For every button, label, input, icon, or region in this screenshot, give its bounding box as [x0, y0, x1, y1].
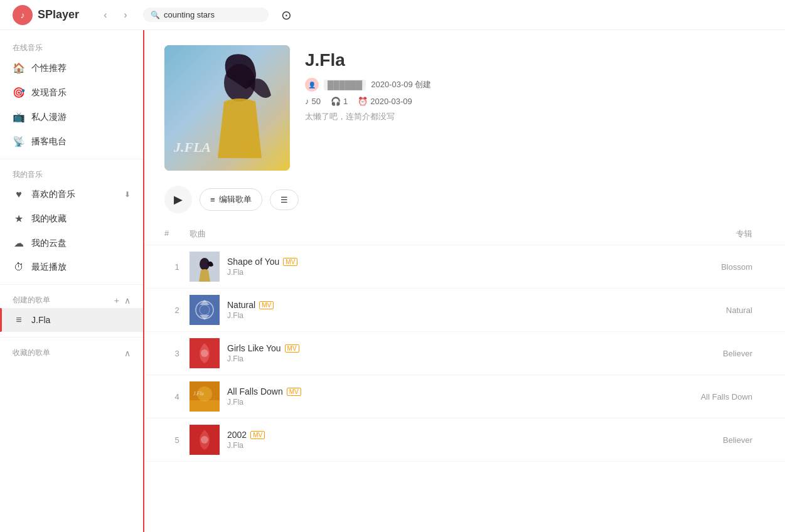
song-row[interactable]: 2 Natural MV J.Fla	[144, 289, 785, 332]
action-bar: ▶ ≡ 编辑歌单 ☰	[144, 186, 785, 223]
heart-icon: ♥	[13, 189, 25, 200]
playlist-header: J.FLA J.Fla 👤 ██████ 2020-03-09 创建 ♪ 50	[144, 30, 785, 186]
song-number: 4	[164, 392, 190, 402]
sidebar-item-personalized[interactable]: 🏠 个性推荐	[0, 56, 143, 80]
discover-icon: 🎯	[13, 87, 25, 98]
created-playlists-title: 创建的歌单	[13, 295, 50, 306]
edit-playlist-button[interactable]: ≡ 编辑歌单	[200, 188, 262, 211]
song-album: Believer	[639, 435, 765, 445]
svg-point-9	[201, 349, 208, 357]
sidebar-item-liked[interactable]: ♥ 喜欢的音乐 ⬇	[0, 183, 143, 206]
edit-label: 编辑歌单	[219, 194, 252, 205]
nav-back-button[interactable]: ‹	[98, 8, 113, 23]
song-number: 1	[164, 262, 190, 272]
mv-badge[interactable]: MV	[287, 388, 301, 396]
cloud-icon: ☁	[13, 237, 25, 249]
song-count-stat: ♪ 50	[305, 97, 321, 106]
created-playlists-header: 创建的歌单 + ∧	[0, 290, 143, 308]
playlist-title: J.Fla	[305, 50, 765, 70]
sidebar-item-collections[interactable]: ★ 我的收藏	[0, 206, 143, 231]
sidebar-item-label: 私人漫游	[31, 112, 131, 123]
svg-rect-11	[190, 400, 220, 412]
section-actions: ∧	[124, 348, 131, 358]
sidebar-item-jfla-playlist[interactable]: ≡ J.Fla	[0, 308, 143, 332]
song-row[interactable]: 5 2002 MV J.Fla Believer	[144, 418, 785, 462]
content-area: J.FLA J.Fla 👤 ██████ 2020-03-09 创建 ♪ 50	[144, 30, 785, 532]
svg-text:J.Fla: J.Fla	[193, 391, 204, 396]
mv-badge[interactable]: MV	[283, 258, 297, 266]
sidebar-item-label: 我的收藏	[31, 213, 131, 225]
song-name: Girls Like You MV	[227, 343, 299, 353]
sidebar-item-label: 最近播放	[31, 262, 131, 273]
song-artist: J.Fla	[227, 441, 265, 450]
creator-avatar: 👤	[305, 78, 319, 92]
radio-icon: 📡	[13, 136, 25, 147]
history-icon: ⏱	[13, 262, 25, 273]
sidebar-item-discover[interactable]: 🎯 发现音乐	[0, 80, 143, 105]
svg-rect-5	[190, 295, 220, 325]
mv-badge[interactable]: MV	[250, 431, 265, 439]
mv-badge[interactable]: MV	[259, 301, 274, 309]
sidebar-item-radio[interactable]: 📡 播客电台	[0, 129, 143, 154]
collapse-created-button[interactable]: ∧	[124, 295, 131, 306]
divider	[0, 284, 143, 285]
svg-text:J.FLA: J.FLA	[173, 139, 211, 155]
music-icon: ♪	[305, 97, 309, 106]
sidebar-item-label: 我的云盘	[31, 238, 131, 249]
song-thumbnail: J.Fla	[190, 381, 220, 412]
song-album: All Falls Down	[639, 392, 765, 402]
search-input[interactable]	[164, 10, 252, 19]
created-date: 2020-03-09 创建	[371, 79, 431, 90]
song-artist: J.Fla	[227, 398, 301, 407]
nav-arrows: ‹ ›	[98, 8, 133, 23]
sidebar-item-label: 喜欢的音乐	[31, 189, 118, 200]
nav-forward-button[interactable]: ›	[118, 8, 133, 23]
sidebar-item-label: J.Fla	[31, 315, 131, 325]
song-thumbnail	[190, 425, 220, 455]
sidebar-item-cloud[interactable]: ☁ 我的云盘	[0, 231, 143, 255]
song-row[interactable]: 4 J.Fla All Falls Down MV J.Fla	[144, 375, 785, 418]
song-title-wrap: All Falls Down MV J.Fla	[227, 386, 301, 407]
song-thumbnail	[190, 252, 220, 282]
song-number: 3	[164, 349, 190, 358]
song-row[interactable]: 1 Shape of You MV J.Fla	[144, 245, 785, 289]
sidebar-item-private[interactable]: 📺 私人漫游	[0, 105, 143, 129]
song-artist: J.Fla	[227, 354, 299, 363]
song-info: Natural MV J.Fla	[190, 295, 639, 325]
edit-icon: ≡	[210, 195, 215, 205]
collected-playlists-title: 收藏的歌单	[13, 348, 50, 358]
download-icon[interactable]: ⬇	[124, 190, 131, 199]
my-music-section-title: 我的音乐	[0, 164, 143, 183]
song-album: Blossom	[639, 262, 765, 272]
creator-name: ██████	[324, 80, 366, 90]
app-name: SPlayer	[38, 8, 79, 21]
github-icon[interactable]: ⊙	[281, 8, 292, 23]
mv-badge[interactable]: MV	[285, 344, 299, 353]
sidebar: 在线音乐 🏠 个性推荐 🎯 发现音乐 📺 私人漫游 📡 播客电台 我的音乐 ♥ …	[0, 30, 144, 532]
sidebar-item-label: 播客电台	[31, 136, 131, 147]
play-button[interactable]: ▶	[164, 186, 192, 213]
song-album: Believer	[639, 349, 765, 358]
song-info: Shape of You MV J.Fla	[190, 252, 639, 282]
song-title-wrap: Girls Like You MV J.Fla	[227, 343, 299, 363]
col-song: 歌曲	[190, 228, 639, 240]
listener-count-stat: 🎧 1	[331, 97, 348, 106]
sidebar-item-label: 个性推荐	[31, 63, 131, 74]
sidebar-item-recent[interactable]: ⏱ 最近播放	[0, 255, 143, 279]
list-view-button[interactable]: ☰	[270, 189, 299, 210]
playlist-meta: 👤 ██████ 2020-03-09 创建	[305, 78, 765, 92]
song-list-header: # 歌曲 专辑	[144, 223, 785, 245]
add-playlist-button[interactable]: +	[114, 295, 119, 306]
list-icon: ☰	[280, 195, 288, 205]
update-date-stat: ⏰ 2020-03-09	[358, 97, 412, 106]
song-title-wrap: Shape of You MV J.Fla	[227, 257, 297, 277]
collapse-collected-button[interactable]: ∧	[124, 348, 131, 358]
playlist-info: J.Fla 👤 ██████ 2020-03-09 创建 ♪ 50 🎧 1	[305, 45, 765, 122]
online-music-section-title: 在线音乐	[0, 38, 143, 56]
playlist-stats: ♪ 50 🎧 1 ⏰ 2020-03-09	[305, 97, 765, 106]
sidebar-item-label: 发现音乐	[31, 87, 131, 98]
song-count: 50	[312, 97, 321, 106]
song-number: 2	[164, 306, 190, 315]
song-name: All Falls Down MV	[227, 386, 301, 396]
song-row[interactable]: 3 Girls Like You MV J.Fla B	[144, 332, 785, 375]
